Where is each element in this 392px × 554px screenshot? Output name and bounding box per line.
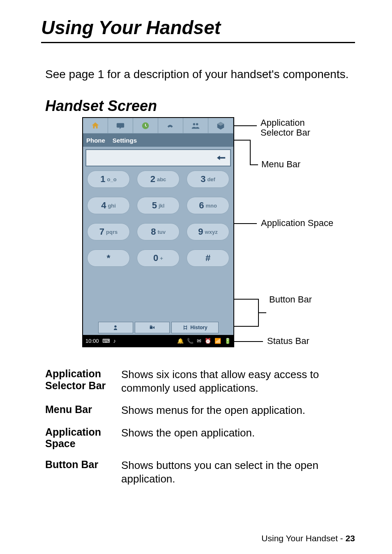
svg-point-1 <box>150 325 151 326</box>
page-title: Using Your Handset <box>41 16 355 39</box>
status-time: 10:00 <box>85 338 99 344</box>
battery-icon: 🔋 <box>224 338 231 344</box>
def-row: Application Space Shows the open applica… <box>45 426 355 450</box>
button-bar: History <box>83 322 233 334</box>
keyboard-icon: ⌨ <box>102 338 110 344</box>
def-term: Menu Bar <box>45 404 121 417</box>
call-icon: 📞 <box>187 338 194 344</box>
page-footer: Using Your Handset - 23 <box>261 533 355 543</box>
definitions-table: Application Selector Bar Shows six icons… <box>45 368 355 485</box>
def-row: Menu Bar Shows menus for the open applic… <box>45 404 355 417</box>
footer-text: Using Your Handset - <box>261 533 345 543</box>
key-2[interactable]: 2abc <box>137 171 180 188</box>
bell-icon: 🔔 <box>177 338 184 344</box>
def-term: Application Space <box>45 426 121 450</box>
key-star[interactable]: * <box>87 249 130 267</box>
label-menu-bar: Menu Bar <box>261 159 300 169</box>
phone-mockup: Phone Settings 1o_o 2abc 3def 4ghi 5jkl … <box>82 117 234 347</box>
label-button-bar: Button Bar <box>269 295 312 305</box>
selector-contacts-icon[interactable] <box>183 118 208 133</box>
key-6[interactable]: 6mno <box>187 197 229 214</box>
def-term: Button Bar <box>45 459 121 485</box>
mail-icon: ✉ <box>197 338 201 344</box>
key-4[interactable]: 4ghi <box>87 197 130 214</box>
alarm-icon: ⏰ <box>205 338 211 344</box>
def-desc: Shows menus for the open application. <box>121 404 305 417</box>
selector-box-icon[interactable] <box>208 118 233 133</box>
key-8[interactable]: 8tuv <box>137 223 180 240</box>
def-desc: Shows six icons that allow easy access t… <box>121 368 355 395</box>
key-1[interactable]: 1o_o <box>87 171 130 188</box>
dial-input[interactable] <box>85 149 231 166</box>
selector-message-icon[interactable] <box>108 118 133 133</box>
label-app-space: Application Space <box>261 218 333 228</box>
status-bar: 10:00 ⌨ ♪ 🔔 📞 ✉ ⏰ 📶 🔋 <box>83 335 233 346</box>
button-history[interactable]: History <box>171 322 219 333</box>
key-hash[interactable]: # <box>187 249 229 267</box>
key-7[interactable]: 7pqrs <box>87 223 130 240</box>
def-row: Button Bar Shows buttons you can select … <box>45 459 355 485</box>
label-status-bar: Status Bar <box>267 336 309 346</box>
svg-point-2 <box>151 325 152 326</box>
key-5[interactable]: 5jkl <box>137 197 180 214</box>
footer-page-number: 23 <box>346 533 355 543</box>
menu-phone[interactable]: Phone <box>86 137 105 144</box>
handset-diagram: Phone Settings 1o_o 2abc 3def 4ghi 5jkl … <box>45 117 357 355</box>
selector-satellite-icon[interactable] <box>158 118 183 133</box>
title-underline <box>41 42 355 43</box>
button-contact-icon[interactable] <box>98 322 133 333</box>
def-row: Application Selector Bar Shows six icons… <box>45 368 355 395</box>
selector-clock-icon[interactable] <box>133 118 158 133</box>
section-heading: Handset Screen <box>45 97 355 115</box>
key-3[interactable]: 3def <box>187 171 229 188</box>
def-desc: Shows buttons you can select in the open… <box>121 459 355 485</box>
def-desc: Shows the open application. <box>121 426 255 450</box>
selector-home-icon[interactable] <box>83 118 108 133</box>
button-video-icon[interactable] <box>135 322 170 333</box>
menu-settings[interactable]: Settings <box>113 137 137 144</box>
application-selector-bar <box>83 118 233 134</box>
key-9[interactable]: 9wxyz <box>187 223 229 240</box>
key-0[interactable]: 0+ <box>137 249 180 267</box>
backspace-icon[interactable] <box>217 155 226 161</box>
button-history-label: History <box>190 325 207 330</box>
signal-icon: 📶 <box>214 338 221 344</box>
def-term: Application Selector Bar <box>45 368 121 395</box>
intro-text: See page 1 for a description of your han… <box>45 68 355 81</box>
label-app-selector: Application Selector Bar <box>261 118 310 138</box>
profile-icon: ♪ <box>113 338 116 344</box>
menu-bar: Phone Settings <box>83 134 233 147</box>
page: Using Your Handset See page 1 for a desc… <box>0 0 392 554</box>
keypad: 1o_o 2abc 3def 4ghi 5jkl 6mno 7pqrs 8tuv… <box>83 171 233 267</box>
